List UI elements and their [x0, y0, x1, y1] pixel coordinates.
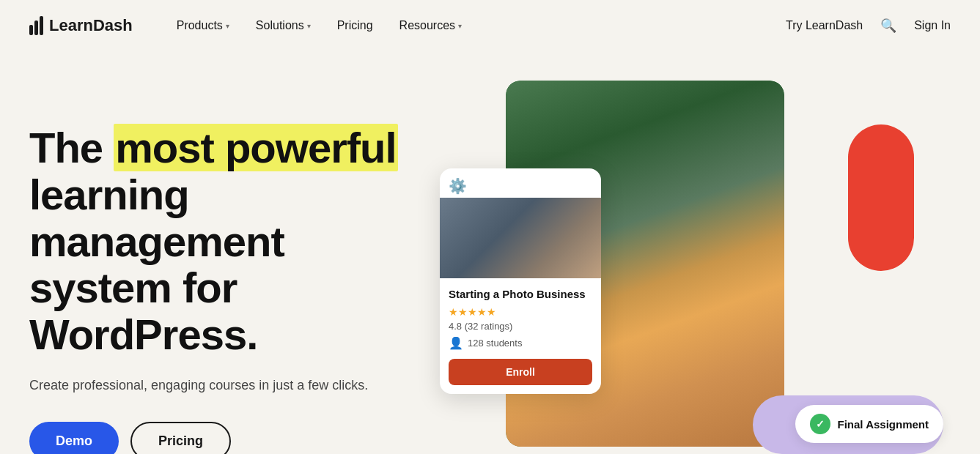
logo[interactable]: LearnDash — [29, 16, 133, 35]
card-photo — [440, 198, 601, 278]
check-circle-icon: ✓ — [810, 414, 830, 434]
chevron-down-icon: ▾ — [307, 22, 311, 30]
headline-after: learning management system for WordPress… — [29, 171, 284, 358]
cta-buttons: Demo Pricing — [29, 422, 410, 454]
signin-link[interactable]: Sign In — [914, 19, 951, 32]
card-photo-overlay — [440, 198, 601, 278]
hero-subheadline: Create professional, engaging courses in… — [29, 376, 410, 395]
nav-pricing[interactable]: Pricing — [337, 19, 373, 32]
nav-solutions[interactable]: Solutions ▾ — [256, 19, 311, 32]
students-count: 128 students — [468, 338, 522, 349]
assignment-label: Final Assignment — [838, 418, 929, 431]
nav-solutions-label: Solutions — [256, 19, 304, 32]
blob-red — [848, 124, 914, 271]
demo-button[interactable]: Demo — [29, 422, 119, 454]
logo-bar-2 — [34, 21, 38, 35]
pricing-button[interactable]: Pricing — [130, 422, 231, 454]
card-stars: ★★★★★ — [449, 306, 592, 318]
chevron-down-icon: ▾ — [458, 22, 462, 30]
course-card: ⚙️ Starting a Photo Business ★★★★★ 4.8 (… — [440, 168, 601, 394]
navbar: LearnDash Products ▾ Solutions ▾ Pricing… — [0, 0, 980, 51]
students-icon: 👤 — [449, 336, 463, 350]
logo-text: LearnDash — [49, 16, 133, 35]
nav-resources-label: Resources — [399, 19, 455, 32]
card-body: Starting a Photo Business ★★★★★ 4.8 (32 … — [440, 278, 601, 394]
card-title: Starting a Photo Business — [449, 287, 592, 302]
headline-highlight: most powerful — [114, 124, 397, 171]
nav-products[interactable]: Products ▾ — [177, 19, 229, 32]
card-rating: 4.8 (32 ratings) — [449, 321, 592, 332]
search-icon[interactable]: 🔍 — [880, 18, 896, 34]
nav-pricing-label: Pricing — [337, 19, 373, 32]
nav-products-label: Products — [177, 19, 223, 32]
logo-bar-3 — [40, 16, 43, 35]
nav-resources[interactable]: Resources ▾ — [399, 19, 462, 32]
hero-right: ⚙️ Starting a Photo Business ★★★★★ 4.8 (… — [410, 81, 951, 454]
assignment-badge: ✓ Final Assignment — [795, 405, 943, 443]
card-students: 👤 128 students — [449, 336, 592, 350]
card-camera-icon: ⚙️ — [440, 168, 601, 198]
nav-actions: Try LearnDash 🔍 Sign In — [786, 18, 951, 34]
logo-bar-1 — [29, 25, 33, 35]
headline-before: The — [29, 124, 114, 171]
main-content: The most powerful learning management sy… — [0, 51, 980, 454]
enroll-button[interactable]: Enroll — [449, 359, 592, 385]
logo-icon — [29, 16, 43, 35]
nav-links: Products ▾ Solutions ▾ Pricing Resources… — [177, 19, 786, 32]
nav-try-learndash[interactable]: Try LearnDash — [786, 19, 863, 32]
hero-headline: The most powerful learning management sy… — [29, 124, 410, 358]
hero-left: The most powerful learning management sy… — [29, 81, 410, 454]
try-label: Try LearnDash — [786, 19, 863, 31]
chevron-down-icon: ▾ — [226, 22, 229, 30]
